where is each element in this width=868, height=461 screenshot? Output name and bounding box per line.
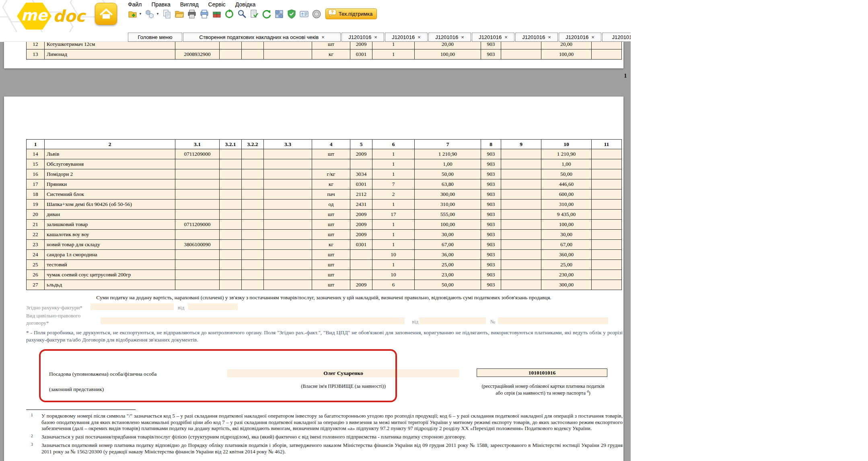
table-cell[interactable]: 903 (481, 169, 501, 179)
table-cell[interactable]: шт (312, 149, 350, 159)
table-cell[interactable] (592, 260, 622, 270)
table-cell[interactable]: 360,00 (541, 250, 592, 260)
table-cell[interactable]: 1 (372, 260, 415, 270)
table-cell[interactable] (175, 270, 220, 280)
table-cell[interactable] (220, 210, 242, 220)
table-cell[interactable] (350, 159, 372, 169)
table-cell[interactable] (220, 169, 242, 179)
table-cell[interactable]: 600,00 (541, 189, 592, 200)
table-cell[interactable] (264, 240, 312, 250)
table-cell[interactable] (175, 179, 220, 189)
tab-close-icon[interactable]: × (374, 34, 377, 40)
table-cell[interactable]: 903 (481, 260, 501, 270)
table-cell[interactable]: 903 (481, 159, 501, 169)
table-cell[interactable]: диван (45, 210, 175, 220)
refresh-icon[interactable] (261, 8, 272, 19)
table-cell[interactable]: 26 (27, 270, 45, 280)
table-cell[interactable] (220, 42, 242, 49)
table-cell[interactable]: 903 (481, 230, 501, 240)
tab-close-icon[interactable]: × (548, 34, 551, 40)
print-preview-icon[interactable] (199, 8, 210, 19)
table-cell[interactable]: Шапка+хом демі біл 90426 (об 50-56) (45, 200, 175, 210)
contract-date-input[interactable] (419, 317, 486, 324)
table-cell[interactable] (264, 280, 312, 290)
table-cell[interactable] (592, 189, 622, 200)
table-cell[interactable]: шт (312, 260, 350, 270)
table-cell[interactable] (242, 250, 264, 260)
table-cell[interactable]: Обслуговування (45, 159, 175, 169)
table-cell[interactable] (501, 280, 541, 290)
table-cell[interactable]: шт (312, 250, 350, 260)
table-cell[interactable] (592, 280, 622, 290)
table-cell[interactable] (350, 270, 372, 280)
table-cell[interactable]: тестовий (45, 260, 175, 270)
table-cell[interactable]: 2009 (350, 149, 372, 159)
table-cell[interactable] (242, 230, 264, 240)
table-cell[interactable]: 10 (372, 250, 415, 260)
table-cell[interactable]: 22 (27, 230, 45, 240)
table-cell[interactable]: 555,00 (415, 210, 481, 220)
table-cell[interactable]: 3034 (350, 169, 372, 179)
table-cell[interactable]: 2 (372, 189, 415, 200)
package-icon[interactable] (212, 8, 222, 19)
table-cell[interactable]: залишковий товар (45, 220, 175, 230)
table-cell[interactable] (350, 260, 372, 270)
table-cell[interactable] (592, 149, 622, 159)
table-cell[interactable] (592, 179, 622, 189)
table-cell[interactable] (175, 210, 220, 220)
table-cell[interactable] (175, 189, 220, 200)
table-cell[interactable]: 903 (481, 200, 501, 210)
table-cell[interactable]: 1 (372, 159, 415, 169)
table-cell[interactable]: 13 (27, 49, 45, 60)
table-cell[interactable]: 0301 (350, 240, 372, 250)
table-cell[interactable]: 1,00 (541, 159, 592, 169)
table-cell[interactable]: 2112 (350, 189, 372, 200)
table-cell[interactable] (592, 42, 622, 49)
table-cell[interactable] (220, 260, 242, 270)
table-cell[interactable]: 20,00 (415, 42, 481, 49)
open-folder-icon[interactable] (174, 8, 185, 19)
dropdown-caret-icon[interactable]: ▼ (139, 12, 142, 16)
table-cell[interactable] (220, 200, 242, 210)
table-cell[interactable]: 903 (481, 189, 501, 200)
table-cell[interactable]: 17 (372, 210, 415, 220)
table-cell[interactable]: 27 (27, 280, 45, 290)
table-cell[interactable]: Помідори 2 (45, 169, 175, 179)
table-cell[interactable] (175, 42, 220, 49)
table-cell[interactable] (220, 280, 242, 290)
table-cell[interactable] (501, 240, 541, 250)
table-cell[interactable]: 25,00 (541, 260, 592, 270)
table-cell[interactable] (501, 189, 541, 200)
table-cell[interactable]: шт (312, 210, 350, 220)
update-icon[interactable] (224, 8, 235, 19)
table-cell[interactable] (501, 49, 541, 60)
table-cell[interactable]: 23,00 (415, 270, 481, 280)
table-cell[interactable]: сандора 1л смородина (45, 250, 175, 260)
table-cell[interactable]: шт (312, 230, 350, 240)
table-cell[interactable]: 1 210,90 (541, 149, 592, 159)
table-cell[interactable] (220, 270, 242, 280)
verify-document-icon[interactable] (249, 8, 260, 19)
tab-1[interactable]: Створення податкових накладних на основі… (183, 33, 341, 42)
table-cell[interactable]: 2009 (350, 230, 372, 240)
search-icon[interactable] (237, 8, 247, 19)
table-cell[interactable]: 21 (27, 220, 45, 230)
tech-support-button[interactable]: ? Тех.підтримка (325, 8, 377, 19)
table-cell[interactable]: 903 (481, 250, 501, 260)
table-cell[interactable]: кашалотик воу воу (45, 230, 175, 240)
table-cell[interactable] (350, 250, 372, 260)
table-cell[interactable]: чумак соевий соус цитрусовий 200гр (45, 270, 175, 280)
table-cell[interactable] (501, 210, 541, 220)
table-cell[interactable] (242, 260, 264, 270)
table-cell[interactable]: 50,00 (415, 169, 481, 179)
table-cell[interactable]: 300,00 (415, 189, 481, 200)
table-cell[interactable]: 17 (27, 179, 45, 189)
table-cell[interactable]: 6 (372, 280, 415, 290)
table-cell[interactable]: Пряники (45, 179, 175, 189)
table-cell[interactable] (242, 220, 264, 230)
table-cell[interactable]: 9 435,00 (541, 210, 592, 220)
table-cell[interactable] (175, 200, 220, 210)
dropdown-caret-icon[interactable]: ▼ (156, 12, 159, 16)
table-cell[interactable]: од (312, 200, 350, 210)
tab-8[interactable]: J1201016 (602, 33, 631, 42)
